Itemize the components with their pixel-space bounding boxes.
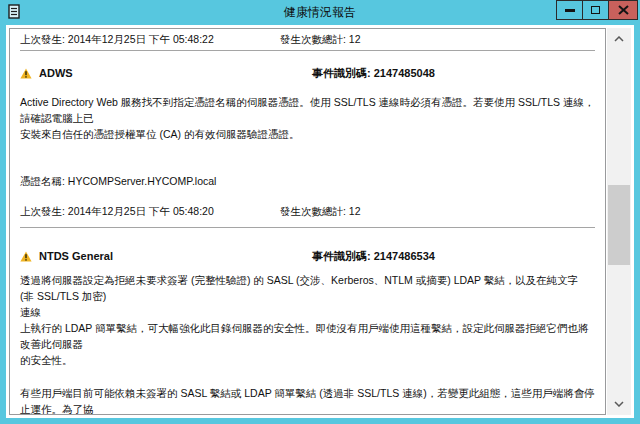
report-document: 上次發生: 2014年12月25日 下午 05:48:22 發生次數總計: 12…: [10, 29, 605, 415]
window-controls: [557, 0, 638, 20]
event-name: NTDS General: [39, 248, 113, 264]
scroll-down-button[interactable]: [607, 395, 631, 413]
section-divider: [20, 50, 595, 51]
last-occurrence-text: 上次發生: 2014年12月25日 下午 05:48:20: [20, 203, 280, 219]
adws-event-header: ADWS 事件識別碼: 2147485048: [20, 65, 595, 81]
report-viewport: 上次發生: 2014年12月25日 下午 05:48:22 發生次數總計: 12…: [9, 28, 606, 415]
certificate-name-text: 憑證名稱: HYCOMPServer.HYCOMP.local: [20, 173, 595, 189]
maximize-button[interactable]: [582, 0, 609, 20]
window-title: 健康情況報告: [0, 0, 640, 25]
ntds-description-2: 有些用戶端目前可能依賴未簽署的 SASL 繫結或 LDAP 簡單繫結 (透過非 …: [20, 385, 595, 415]
ntds-description: 透過將伺服器設定為拒絕未要求簽署 (完整性驗證) 的 SASL (交涉、Kerb…: [20, 272, 595, 368]
event-id: 事件識別碼: 2147485048: [312, 65, 595, 81]
minimize-icon: [565, 9, 575, 12]
titlebar[interactable]: 健康情況報告: [0, 0, 640, 25]
event-name: ADWS: [39, 65, 73, 81]
warning-icon: [20, 251, 32, 262]
close-button[interactable]: [608, 0, 638, 20]
maximize-icon: [591, 6, 600, 14]
close-icon: [618, 5, 629, 15]
last-occurrence-text: 上次發生: 2014年12月25日 下午 05:48:22: [20, 31, 280, 47]
scrollbar-thumb[interactable]: [608, 185, 630, 265]
previous-event-footer: 上次發生: 2014年12月25日 下午 05:48:22 發生次數總計: 12: [20, 31, 595, 47]
total-count-text: 發生次數總計: 12: [280, 203, 595, 219]
vertical-scrollbar[interactable]: [607, 28, 631, 415]
health-report-window: 健康情況報告 上次發生: 2014年12月25日 下午 05:48:22: [0, 0, 640, 424]
chevron-up-icon: [614, 36, 624, 42]
total-count-text: 發生次數總計: 12: [280, 31, 595, 47]
ntds-event-header: NTDS General 事件識別碼: 2147486534: [20, 248, 595, 264]
window-content: 上次發生: 2014年12月25日 下午 05:48:22 發生次數總計: 12…: [6, 25, 634, 418]
chevron-down-icon: [614, 401, 624, 407]
warning-icon: [20, 68, 32, 79]
scroll-up-button[interactable]: [607, 30, 631, 48]
event-id: 事件識別碼: 2147486534: [312, 248, 595, 264]
section-divider: [20, 227, 595, 228]
minimize-button[interactable]: [556, 0, 583, 20]
adws-description: Active Directory Web 服務找不到指定憑證名稱的伺服器憑證。使…: [20, 94, 595, 142]
adws-event-footer: 上次發生: 2014年12月25日 下午 05:48:20 發生次數總計: 12: [20, 203, 595, 219]
